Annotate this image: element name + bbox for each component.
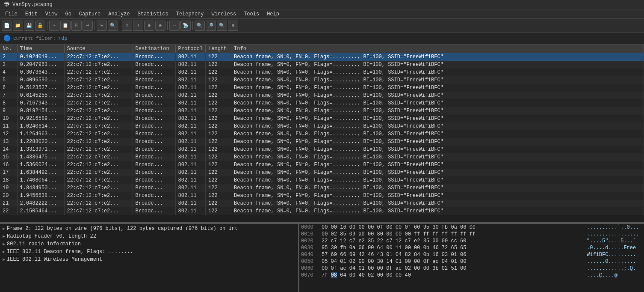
table-row[interactable]: 181.7408064...22:c7:12:c7:e2...Broadc...… [0, 176, 644, 184]
menu-item-telephony[interactable]: Telephony [173, 10, 207, 18]
detail-item[interactable]: ▶IEEE 802.11 Wireless Management [0, 256, 298, 263]
table-row[interactable]: 20.1024019...22:c7:12:c7:e2...Broadc...8… [0, 53, 644, 61]
menu-item-wireless[interactable]: Wireless [208, 10, 240, 18]
hex-bytes: 00 00 16 00 00 00 0f 00 00 0f 60 95 30 f… [322, 224, 583, 230]
table-cell: 3 [0, 61, 17, 69]
table-cell: 22:c7:12:c7:e2... [64, 53, 133, 61]
filter-value: rdp [58, 36, 68, 42]
toolbar-button-3[interactable]: 🔒 [35, 21, 45, 31]
toolbar-button-2[interactable]: 💾 [24, 21, 34, 31]
table-cell: 22:c7:12:c7:e2... [64, 161, 133, 169]
expand-arrow-icon: ▶ [3, 226, 5, 231]
table-cell: 802.11 [175, 184, 206, 192]
table-cell: 22:c7:12:c7:e2... [64, 122, 133, 130]
table-row[interactable]: 60.5123527...22:c7:12:c7:e2...Broadc...8… [0, 84, 644, 92]
toolbar-button-4[interactable]: ✂ [49, 21, 59, 31]
table-row[interactable]: 111.0240614...22:c7:12:c7:e2...Broadc...… [0, 122, 644, 130]
table-row[interactable]: 151.4336475...22:c7:12:c7:e2...Broadc...… [0, 153, 644, 161]
table-row[interactable]: 191.8434950...22:c7:12:c7:e2...Broadc...… [0, 184, 644, 192]
packet-details[interactable]: ▶Frame 2: 122 bytes on wire (976 bits), … [0, 224, 299, 292]
hex-offset: 0040 [301, 252, 318, 258]
table-cell: 4 [0, 69, 17, 76]
toolbar-button-11[interactable]: ⬇ [133, 21, 143, 31]
toolbar-button-12[interactable]: ⊕ [144, 21, 154, 31]
table-row[interactable]: 222.1505464...22:c7:12:c7:e2...Broadc...… [0, 207, 644, 215]
toolbar-button-8[interactable]: ↪ [97, 21, 107, 31]
toolbar-button-17[interactable]: 🔎 [206, 21, 216, 31]
table-row[interactable]: 40.3073643...22:c7:12:c7:e2...Broadc...8… [0, 69, 644, 76]
table-cell: 18 [0, 176, 17, 184]
table-row[interactable]: 131.2288020...22:c7:12:c7:e2...Broadc...… [0, 138, 644, 146]
table-cell: 15 [0, 153, 17, 161]
toolbar-button-16[interactable]: 🔍 [195, 21, 205, 31]
hex-ascii: "....5"....5...` [587, 238, 642, 244]
table-cell: 1.3313971... [17, 146, 64, 153]
table-cell: 0.2047963... [17, 61, 64, 69]
toolbar-button-15[interactable]: 📡 [180, 21, 191, 31]
table-row[interactable]: 30.2047963...22:c7:12:c7:e2...Broadc...8… [0, 61, 644, 69]
table-row[interactable]: 171.6384492...22:c7:12:c7:e2...Broadc...… [0, 169, 644, 176]
toolbar-button-1[interactable]: 📁 [13, 21, 23, 31]
toolbar-button-19[interactable]: ⊞ [228, 21, 238, 31]
toolbar-button-5[interactable]: 📋 [60, 21, 71, 31]
table-row[interactable]: 100.9216589...22:c7:12:c7:e2...Broadc...… [0, 115, 644, 122]
menu-item-capture[interactable]: Capture [76, 10, 104, 18]
table-cell: 17 [0, 169, 17, 176]
table-row[interactable]: 50.4096590...22:c7:12:c7:e2...Broadc...8… [0, 76, 644, 84]
table-cell: 122 [206, 200, 231, 207]
table-cell: 122 [206, 115, 231, 122]
table-cell: 122 [206, 169, 231, 176]
toolbar: 📄📁💾🔒✂📋⎘↩↪🔍⬆⬇⊕⊖↔📡🔍🔎🔍⊞ [0, 19, 644, 33]
table-row[interactable]: 161.5360024...22:c7:12:c7:e2...Broadc...… [0, 161, 644, 169]
table-cell: Beacon frame, SN=0, FN=0, Flags=........… [231, 115, 644, 122]
detail-item[interactable]: ▶IEEE 802.11 Beacon frame, Flags: ......… [0, 248, 298, 256]
detail-text: 802.11 radio information [7, 241, 81, 247]
table-cell: 22:c7:12:c7:e2... [64, 176, 133, 184]
detail-item[interactable]: ▶Radiotap Header v0, Length 22 [0, 232, 298, 240]
menubar: FileEditViewGoCaptureAnalyzeStatisticsTe… [0, 9, 644, 19]
table-row[interactable]: 201.9456638...22:c7:12:c7:e2...Broadc...… [0, 192, 644, 200]
hex-dump[interactable]: 000000 00 16 00 00 00 0f 00 00 0f 60 95 … [299, 224, 644, 292]
table-cell: 122 [206, 138, 231, 146]
table-cell: 122 [206, 184, 231, 192]
toolbar-button-18[interactable]: 🔍 [217, 21, 227, 31]
table-row[interactable]: 141.3313971...22:c7:12:c7:e2...Broadc...… [0, 146, 644, 153]
toolbar-button-9[interactable]: 🔍 [108, 21, 118, 31]
table-cell: Beacon frame, SN=0, FN=0, Flags=........… [231, 153, 644, 161]
table-row[interactable]: 80.7167943...22:c7:12:c7:e2...Broadc...8… [0, 99, 644, 107]
table-cell: 0.8192154... [17, 107, 64, 115]
table-cell: 802.11 [175, 146, 206, 153]
toolbar-button-7[interactable]: ↩ [83, 21, 93, 31]
table-cell: 22:c7:12:c7:e2... [64, 153, 133, 161]
table-cell: 8 [0, 99, 17, 107]
menu-item-help[interactable]: Help [263, 10, 283, 18]
toolbar-button-6[interactable]: ⎘ [71, 21, 82, 31]
table-cell: 1.1264963... [17, 130, 64, 138]
table-row[interactable]: 70.6145255...22:c7:12:c7:e2...Broadc...8… [0, 92, 644, 99]
toolbar-button-13[interactable]: ⊖ [155, 21, 165, 31]
menu-item-go[interactable]: Go [62, 10, 74, 18]
hex-ascii: WifiBFC......... [587, 252, 642, 258]
table-row[interactable]: 212.0482222...22:c7:12:c7:e2...Broadc...… [0, 200, 644, 207]
hex-ascii: ................. [587, 231, 642, 237]
toolbar-button-0[interactable]: 📄 [2, 21, 12, 31]
toolbar-button-10[interactable]: ⬆ [122, 21, 132, 31]
menu-item-view[interactable]: View [42, 10, 61, 18]
toolbar-separator [95, 21, 95, 30]
menu-item-analyze[interactable]: Analyze [105, 10, 133, 18]
menu-item-file[interactable]: File [2, 10, 21, 18]
menu-item-statistics[interactable]: Statistics [134, 10, 172, 18]
packet-list[interactable]: No. Time Source Destination Protocol Len… [0, 45, 644, 223]
table-row[interactable]: 121.1264963...22:c7:12:c7:e2...Broadc...… [0, 130, 644, 138]
hex-offset: 0050 [301, 259, 318, 265]
menu-item-tools[interactable]: Tools [240, 10, 263, 18]
table-cell: 0.1024019... [17, 53, 64, 61]
detail-item[interactable]: ▶Frame 2: 122 bytes on wire (976 bits), … [0, 225, 298, 232]
detail-item[interactable]: ▶802.11 radio information [0, 240, 298, 248]
table-cell: 802.11 [175, 53, 206, 61]
table-row[interactable]: 90.8192154...22:c7:12:c7:e2...Broadc...8… [0, 107, 644, 115]
toolbar-button-14[interactable]: ↔ [169, 21, 180, 31]
table-cell: Beacon frame, SN=0, FN=0, Flags=........… [231, 138, 644, 146]
menu-item-edit[interactable]: Edit [22, 10, 41, 18]
table-cell: 22:c7:12:c7:e2... [64, 130, 133, 138]
